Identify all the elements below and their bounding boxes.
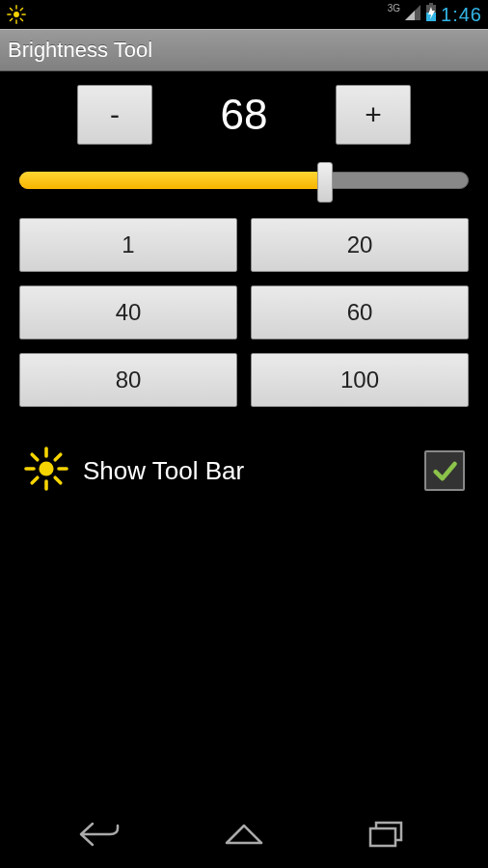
preset-button-60[interactable]: 60	[251, 285, 469, 339]
svg-rect-12	[429, 3, 433, 5]
preset-label: 80	[116, 366, 142, 393]
preset-label: 60	[347, 299, 373, 326]
preset-button-1[interactable]: 1	[19, 218, 237, 272]
preset-button-20[interactable]: 20	[251, 218, 469, 272]
preset-button-80[interactable]: 80	[19, 353, 237, 407]
recent-apps-button[interactable]	[361, 815, 415, 854]
preset-label: 1	[122, 231, 134, 258]
preset-label: 100	[340, 366, 379, 393]
brightness-value-row: - 68 +	[19, 85, 469, 145]
main-content: - 68 + 120406080100	[0, 71, 488, 496]
slider-thumb[interactable]	[317, 162, 333, 203]
svg-point-15	[39, 461, 53, 475]
navigation-bar	[0, 800, 488, 868]
slider-fill	[19, 172, 325, 189]
svg-marker-10	[405, 11, 415, 20]
brightness-value: 68	[210, 91, 278, 139]
toolbar-toggle-row: Show Tool Bar	[19, 446, 469, 496]
preset-grid: 120406080100	[19, 218, 469, 407]
clock-label: 1:46	[441, 4, 482, 26]
decrease-label: -	[110, 98, 120, 131]
battery-icon	[425, 3, 437, 27]
decrease-button[interactable]: -	[77, 85, 152, 145]
svg-line-23	[55, 454, 61, 460]
action-bar: Brightness Tool	[0, 29, 488, 71]
svg-rect-25	[370, 828, 395, 846]
preset-label: 40	[116, 299, 142, 326]
svg-line-6	[20, 18, 22, 20]
increase-button[interactable]: +	[336, 85, 411, 145]
svg-line-5	[10, 8, 12, 10]
sun-status-icon	[6, 4, 27, 25]
svg-line-20	[32, 454, 38, 460]
back-button[interactable]	[73, 815, 127, 854]
preset-button-40[interactable]: 40	[19, 285, 237, 339]
svg-point-0	[14, 12, 19, 17]
svg-line-8	[20, 8, 22, 10]
preset-label: 20	[347, 231, 373, 258]
preset-button-100[interactable]: 100	[251, 353, 469, 407]
sun-icon	[23, 446, 69, 496]
svg-line-7	[10, 18, 12, 20]
home-button[interactable]	[217, 815, 271, 854]
toolbar-toggle-label: Show Tool Bar	[83, 456, 411, 486]
app-title: Brightness Tool	[8, 38, 152, 63]
brightness-slider[interactable]	[19, 162, 469, 197]
increase-label: +	[365, 98, 382, 131]
network-label: 3G	[388, 4, 400, 14]
signal-icon	[404, 4, 421, 26]
toolbar-checkbox[interactable]	[424, 450, 465, 491]
svg-line-22	[32, 477, 38, 483]
status-bar: 3G 1:46	[0, 0, 488, 29]
svg-line-21	[55, 477, 61, 483]
